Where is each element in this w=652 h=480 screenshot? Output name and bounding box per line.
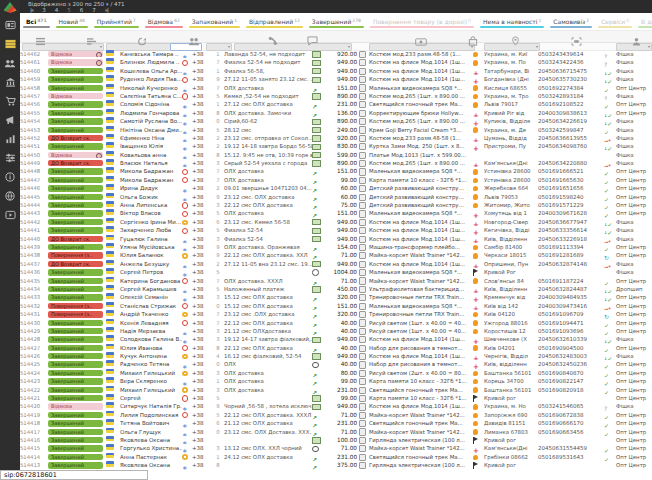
tracking-number[interactable]: 0501691571229: [538, 201, 604, 209]
table-row[interactable]: 514445 Завершений Ольга Божик ∗ +38 9 23…: [20, 193, 652, 201]
status-badge[interactable]: Завершений: [48, 185, 103, 191]
tab-прийнятий[interactable]: Прийнятий7: [91, 13, 142, 30]
status-badge[interactable]: Завершений: [48, 336, 103, 342]
client-phone[interactable]: +38: [192, 117, 212, 125]
table-row[interactable]: 514430 Завершений Ксенія Левадняя +38 7 …: [20, 319, 652, 327]
client-phone[interactable]: +38: [192, 302, 212, 310]
status-badge[interactable]: ДО Возврат ск.: [48, 261, 103, 267]
tracking-number[interactable]: 0501691094471: [538, 319, 604, 327]
table-row[interactable]: 514414 Завершений Анна Пастернак +38 1 2…: [20, 453, 652, 461]
status-badge[interactable]: Завершений: [48, 118, 103, 124]
tracking-number[interactable]: 20400309671628: [538, 209, 604, 217]
table-row[interactable]: 514443 Завершений Віктор Власов +38 5 ОЛ…: [20, 209, 652, 217]
tracking-number[interactable]: 0501690822147: [538, 377, 604, 385]
status-badge[interactable]: ДО Возврат ск.: [48, 160, 103, 166]
client-phone[interactable]: +38: [192, 344, 212, 352]
tracking-number[interactable]: 20450636715475: [538, 67, 604, 75]
tracking-number[interactable]: 0503241546065: [538, 402, 604, 410]
table-row[interactable]: 514447 Завершений Микола Бадражан +38 7 …: [20, 176, 652, 184]
client-phone[interactable]: +38: [192, 58, 212, 66]
table-row[interactable]: 514460 Завершений Кошелева Ольга Ар... ∗…: [20, 67, 652, 75]
table-row[interactable]: 514456 Завершений Соломія Сідоніна ∗ +38…: [20, 100, 652, 108]
client-phone[interactable]: +38: [192, 428, 212, 436]
table-row[interactable]: 514423 Завершений Вера Скляренко ∗ +38 1…: [20, 377, 652, 385]
tracking-number[interactable]: 20450632824487: [538, 285, 604, 293]
tracking-number[interactable]: 20400309473416: [538, 302, 604, 310]
tab-відмова[interactable]: Відмова42: [142, 13, 186, 30]
tracking-number[interactable]: 0503242893184: [538, 92, 604, 100]
client-phone[interactable]: +38: [192, 134, 212, 142]
client-phone[interactable]: +38: [192, 327, 212, 335]
tracking-number[interactable]: 20450636613955: [538, 134, 604, 142]
table-row[interactable]: 514440 ДО Возврат ск. Гуцалюк Галина ∗ +…: [20, 235, 652, 243]
client-phone[interactable]: +38: [192, 461, 212, 469]
status-badge[interactable]: Завершений: [48, 387, 103, 393]
client-phone[interactable]: +38: [192, 67, 212, 75]
client-phone[interactable]: +38: [192, 285, 212, 293]
client-phone[interactable]: +38: [192, 100, 212, 108]
client-phone[interactable]: +38: [192, 176, 212, 184]
dashboard-icon[interactable]: [4, 19, 17, 31]
status-badge[interactable]: Завершений: [48, 227, 103, 233]
status-badge[interactable]: Завершений: [48, 370, 103, 376]
tracking-number[interactable]: [538, 268, 604, 276]
table-row[interactable]: 514441 Завершений Захарченко Люба +38 5 …: [20, 226, 652, 234]
sliders-icon[interactable]: [4, 152, 17, 164]
tracking-number[interactable]: 0503243439614: [538, 50, 604, 58]
status-badge[interactable]: Завершений: [48, 194, 103, 200]
table-row[interactable]: 514421 Завершений Сергей +38 5 99.00 Кар…: [20, 394, 652, 402]
table-row[interactable]: 514429 Завершений Надія Мерзаєва ∗ +38 3…: [20, 327, 652, 335]
client-phone[interactable]: +38: [192, 109, 212, 117]
info-icon[interactable]: i: [96, 60, 102, 65]
tab-сервіси[interactable]: Сервіси0: [595, 13, 635, 30]
tracking-number[interactable]: 0501691113394: [538, 243, 604, 251]
table-row[interactable]: 514438 Повернення (з.. Юлия Баланюк +38 …: [20, 251, 652, 259]
video-icon[interactable]: [4, 209, 17, 221]
tracking-number[interactable]: 0501691666521: [538, 167, 604, 175]
table-row[interactable]: 514432 Повернення (з.. Станіслав Стрижак…: [20, 302, 652, 310]
tab-повернення-товару-в-дорозі-[interactable]: Повернення товару (в дорозі)0: [367, 13, 477, 30]
tracking-number[interactable]: 20450633356614: [538, 226, 604, 234]
status-badge[interactable]: Завершений: [48, 127, 103, 133]
status-badge[interactable]: Завершений: [48, 76, 103, 82]
tracking-number[interactable]: [538, 461, 604, 469]
client-phone[interactable]: +38: [192, 377, 212, 385]
table-row[interactable]: 514462 Відмоваi Каневська Тамара .. ∗ +3…: [20, 50, 652, 58]
status-badge[interactable]: ДО Возврат ск.: [48, 236, 103, 242]
table-row[interactable]: 514427 Завершений Юлия Иванова +38 8 22.…: [20, 344, 652, 352]
tracking-number[interactable]: 0501691598240: [538, 193, 604, 201]
stats-icon[interactable]: [4, 133, 17, 145]
status-badge[interactable]: Завершений: [48, 445, 103, 451]
info-icon[interactable]: i: [96, 153, 102, 158]
client-phone[interactable]: +38: [192, 268, 212, 276]
status-badge[interactable]: Завершений: [48, 269, 103, 275]
client-phone[interactable]: +38: [192, 159, 212, 167]
comment-icon[interactable]: [307, 31, 318, 50]
client-phone[interactable]: +38: [192, 369, 212, 377]
client-phone[interactable]: +38: [192, 444, 212, 452]
client-phone[interactable]: +38: [192, 209, 212, 217]
client-phone[interactable]: +38: [192, 201, 212, 209]
clients-icon[interactable]: [188, 31, 200, 50]
table-row[interactable]: 514424 Завершений Михаил Гилецький +38 3…: [20, 369, 652, 377]
tracking-number[interactable]: 0501690840870: [538, 369, 604, 377]
tracking-number[interactable]: 0501691281689: [538, 251, 604, 259]
table-row[interactable]: 514434 Завершений Сергей Карамышев ∗ +38…: [20, 285, 652, 293]
tracking-number[interactable]: 0501691096709: [538, 310, 604, 318]
client-phone[interactable]: +38: [192, 193, 212, 201]
status-badge[interactable]: Завершений: [48, 345, 103, 351]
status-badge[interactable]: Відмова: [48, 403, 103, 409]
scan-icon[interactable]: [571, 31, 582, 50]
table-row[interactable]: 514455 Завершений Людмила Гончарова ∗ +3…: [20, 109, 652, 117]
client-phone[interactable]: +38: [192, 92, 212, 100]
client-phone[interactable]: +38: [192, 394, 212, 402]
table-row[interactable]: 514448 Завершений Микола Бадражан +38 7 …: [20, 167, 652, 175]
tracking-number[interactable]: 0501691651656: [538, 184, 604, 192]
status-badge[interactable]: Відмова: [48, 93, 103, 99]
table-row[interactable]: 514417 Завершений Ольга Глущук ∗ +38 0 2…: [20, 428, 652, 436]
cart-icon[interactable]: [4, 95, 17, 107]
tab-в-дорозі-додому[interactable]: В дорозі додому0: [635, 13, 652, 30]
status-badge[interactable]: Завершений: [48, 177, 103, 183]
tracking-number[interactable]: 20450632610339: [538, 335, 604, 343]
table-row[interactable]: 514428 Завершений Солодкова Галина В... …: [20, 335, 652, 343]
